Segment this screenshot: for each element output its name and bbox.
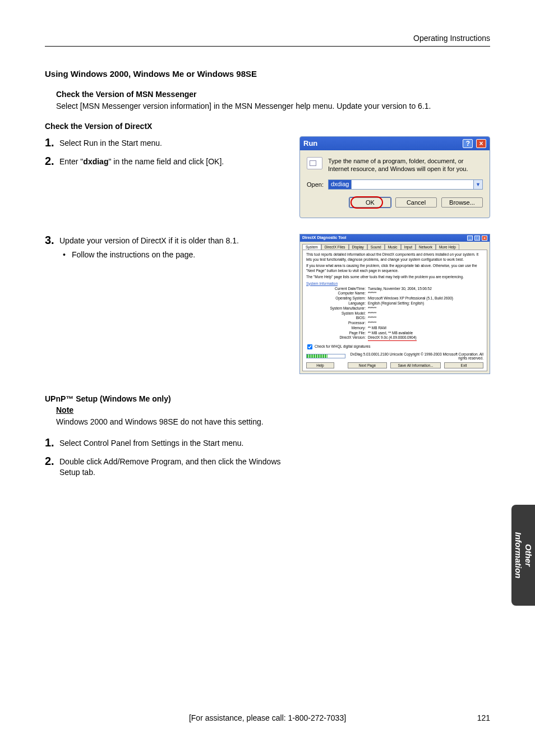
open-combobox[interactable]: dxdiag ▼ bbox=[328, 179, 483, 190]
minimize-icon[interactable]: _ bbox=[467, 236, 473, 241]
highlight-circle bbox=[350, 196, 383, 209]
dx-kv-row: Processor:****** bbox=[306, 321, 483, 326]
help-icon[interactable]: ? bbox=[463, 139, 473, 148]
dx-sys-head: System Information bbox=[306, 282, 483, 285]
msn-head: Check the Version of MSN Messenger bbox=[56, 90, 490, 99]
dx-kv-key: Current Date/Time: bbox=[306, 287, 368, 292]
tab-morehelp[interactable]: More Help bbox=[436, 244, 459, 250]
dx-kv-key: Memory: bbox=[306, 326, 368, 331]
progress-bar bbox=[306, 354, 345, 358]
dx-exit-button[interactable]: Exit bbox=[444, 362, 483, 368]
open-label: Open: bbox=[307, 181, 324, 188]
dx-kv-row: Current Date/Time:Tuesday, November 30, … bbox=[306, 287, 483, 292]
side-tab-line2: Information bbox=[514, 532, 523, 579]
dx-kv-row: Memory:** MB RAM bbox=[306, 326, 483, 331]
dx-kv-val: ****** bbox=[368, 316, 376, 321]
dx-kv-key: Processor: bbox=[306, 321, 368, 326]
dx-intro1: This tool reports detailed information a… bbox=[306, 252, 483, 262]
upnp-step1: Select Control Panel from Settings in th… bbox=[59, 436, 290, 449]
run-app-icon bbox=[307, 157, 322, 169]
dx-kv-val: ****** bbox=[368, 311, 376, 316]
run-title: Run bbox=[303, 139, 317, 147]
note-label: Note bbox=[56, 405, 490, 414]
close-icon[interactable]: × bbox=[476, 139, 486, 148]
dx-kv-key: Computer Name: bbox=[306, 291, 368, 296]
open-value[interactable]: dxdiag bbox=[328, 179, 351, 190]
dx-kv-row: Operating System:Microsoft Windows XP Pr… bbox=[306, 296, 483, 301]
step2-pre: Enter " bbox=[59, 157, 83, 166]
step-number: 3. bbox=[45, 234, 59, 247]
dxdiag-tabs: System DirectX Files Display Sound Music… bbox=[302, 244, 487, 250]
dxdiag-dialog: DirectX Diagnostic Tool _ □ × System Dir… bbox=[299, 234, 490, 374]
dx-kv-val: ** MB used, ** MB available bbox=[368, 331, 413, 336]
tab-input[interactable]: Input bbox=[401, 244, 416, 250]
tab-display[interactable]: Display bbox=[349, 244, 367, 250]
step-1-text: Select Run in the Start menu. bbox=[59, 136, 290, 149]
close-icon[interactable]: × bbox=[482, 236, 487, 241]
dx-kv-val: ** MB RAM bbox=[368, 326, 386, 331]
step-3-bullet: Follow the instructions on the page. bbox=[72, 250, 195, 260]
step-number: 2. bbox=[45, 155, 59, 168]
msn-body: Select [MSN Messenger version informatio… bbox=[56, 101, 490, 112]
step-3-text: Update your version of DirectX if it is … bbox=[59, 236, 290, 246]
tab-dxfiles[interactable]: DirectX Files bbox=[321, 244, 349, 250]
whql-checkbox[interactable] bbox=[307, 344, 312, 349]
side-tab-line1: Other bbox=[524, 544, 533, 566]
bullet-icon: • bbox=[63, 250, 72, 260]
dx-help-button[interactable]: Help bbox=[306, 362, 334, 368]
dx-intro2: If you know what area is causing the pro… bbox=[306, 264, 483, 273]
dx-intro3: The "More Help" page lists some other to… bbox=[306, 275, 483, 279]
run-dialog: Run ? × Type the name of a program, fold… bbox=[299, 136, 490, 219]
note-body: Windows 2000 and Windows 98SE do not hav… bbox=[56, 417, 490, 427]
dx-kv-row: Page File:** MB used, ** MB available bbox=[306, 331, 483, 336]
upnp-step2: Double click Add/Remove Program, and the… bbox=[59, 455, 290, 478]
dx-kv-row: System Manufacturer:****** bbox=[306, 306, 483, 311]
dx-kv-val: DirectX 9.0c (4.09.0000.0904) bbox=[368, 335, 417, 341]
dx-kv-key: System Model: bbox=[306, 311, 368, 316]
dx-kv-key: DirectX Version: bbox=[306, 335, 368, 341]
page-header: Operating Instructions bbox=[45, 34, 490, 47]
open-input[interactable] bbox=[351, 179, 474, 190]
chevron-down-icon[interactable]: ▼ bbox=[474, 179, 483, 190]
dx-kv-val: ****** bbox=[368, 291, 376, 296]
dx-kv-val: Tuesday, November 30, 2004, 15:06:52 bbox=[368, 287, 432, 292]
dx-kv-key: System Manufacturer: bbox=[306, 306, 368, 311]
dx-copyright: DxDiag 5.03.0001.2180 Unicode Copyright … bbox=[349, 352, 483, 360]
footer-assist: [For assistance, please call: 1-800-272-… bbox=[189, 713, 346, 722]
dx-kv-val: ****** bbox=[368, 321, 376, 326]
dx-kv-key: Language: bbox=[306, 301, 368, 306]
dx-next-button[interactable]: Next Page bbox=[348, 362, 387, 368]
dx-kv-val: ****** bbox=[368, 306, 376, 311]
step-number: 1. bbox=[45, 436, 59, 449]
step-2-text: Enter "dxdiag" in the name field and cli… bbox=[59, 155, 290, 167]
tab-system[interactable]: System bbox=[302, 244, 321, 250]
dx-kv-row: Language:English (Regional Setting: Engl… bbox=[306, 301, 483, 306]
browse-button[interactable]: Browse... bbox=[441, 197, 483, 208]
page-number: 121 bbox=[477, 713, 490, 722]
dx-kv-row: DirectX Version:DirectX 9.0c (4.09.0000.… bbox=[306, 335, 483, 341]
step2-post: " in the name field and click [OK]. bbox=[108, 157, 224, 166]
dx-kv-key: Page File: bbox=[306, 331, 368, 336]
dx-save-button[interactable]: Save All Information... bbox=[390, 362, 441, 368]
step-number: 2. bbox=[45, 455, 59, 468]
dx-kv-val: English (Regional Setting: English) bbox=[368, 301, 424, 306]
dx-kv-row: System Model:****** bbox=[306, 311, 483, 316]
dx-head: Check the Version of DirectX bbox=[45, 122, 490, 131]
tab-network[interactable]: Network bbox=[416, 244, 436, 250]
tab-music[interactable]: Music bbox=[385, 244, 401, 250]
tab-sound[interactable]: Sound bbox=[367, 244, 385, 250]
upnp-head: UPnP™ Setup (Windows Me only) bbox=[45, 394, 490, 403]
maximize-icon[interactable]: □ bbox=[474, 236, 480, 241]
dx-kv-key: BIOS: bbox=[306, 316, 368, 321]
cancel-button[interactable]: Cancel bbox=[395, 197, 437, 208]
side-tab: Other Information bbox=[511, 505, 535, 606]
step-number: 1. bbox=[45, 136, 59, 149]
dx-kv-row: Computer Name:****** bbox=[306, 291, 483, 296]
dx-kv-key: Operating System: bbox=[306, 296, 368, 301]
dx-kv-row: BIOS:****** bbox=[306, 316, 483, 321]
step2-cmd: dxdiag bbox=[83, 157, 108, 166]
heading-main: Using Windows 2000, Windows Me or Window… bbox=[45, 69, 490, 79]
run-desc: Type the name of a program, folder, docu… bbox=[328, 157, 483, 173]
dxdiag-title: DirectX Diagnostic Tool bbox=[302, 236, 346, 241]
whql-label: Check for WHQL digital signatures bbox=[315, 344, 370, 348]
